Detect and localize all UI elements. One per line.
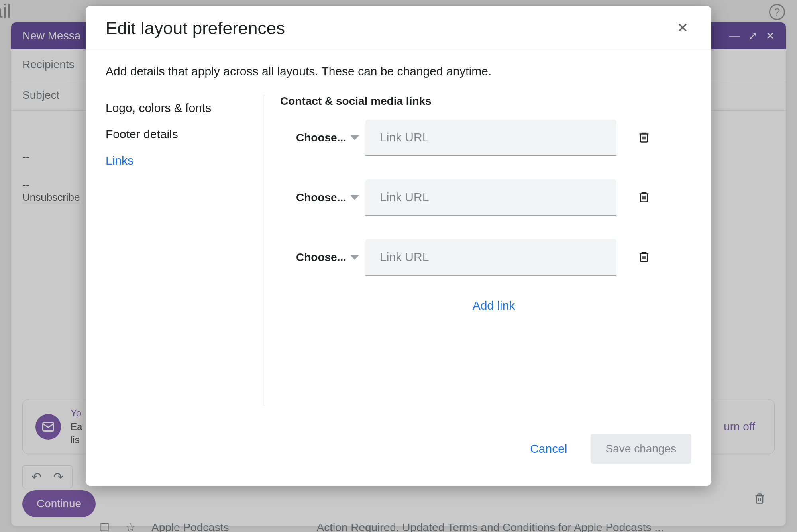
edit-layout-preferences-modal: Edit layout preferences Add details that…: [86, 6, 711, 486]
modal-body: Add details that apply across all layout…: [86, 49, 711, 426]
save-changes-button[interactable]: Save changes: [591, 434, 691, 464]
modal-header: Edit layout preferences: [86, 6, 711, 49]
link-type-dropdown[interactable]: Choose...: [280, 132, 356, 144]
add-link-button[interactable]: Add link: [280, 299, 691, 312]
close-modal-button[interactable]: [674, 18, 691, 39]
preferences-sidebar: Logo, colors & fonts Footer details Link…: [106, 95, 264, 406]
dropdown-label: Choose...: [296, 251, 346, 264]
dropdown-label: Choose...: [296, 191, 346, 204]
sidebar-item-footer-details[interactable]: Footer details: [106, 121, 252, 147]
sidebar-item-logo-colors-fonts[interactable]: Logo, colors & fonts: [106, 95, 252, 121]
link-url-input[interactable]: [365, 239, 616, 276]
link-row: Choose...: [280, 179, 691, 216]
chevron-down-icon: [350, 195, 359, 200]
link-row: Choose...: [280, 120, 691, 156]
delete-link-button[interactable]: [638, 251, 650, 264]
modal-title: Edit layout preferences: [106, 18, 285, 38]
section-title: Contact & social media links: [280, 95, 691, 108]
link-url-input[interactable]: [365, 179, 616, 216]
chevron-down-icon: [350, 135, 359, 140]
cancel-button[interactable]: Cancel: [522, 436, 575, 462]
link-url-input[interactable]: [365, 120, 616, 156]
delete-link-button[interactable]: [638, 131, 650, 145]
sidebar-item-links[interactable]: Links: [106, 147, 252, 174]
links-panel: Contact & social media links Choose...: [264, 95, 691, 406]
link-row: Choose...: [280, 239, 691, 276]
modal-footer: Cancel Save changes: [86, 426, 711, 486]
link-type-dropdown[interactable]: Choose...: [280, 191, 356, 204]
dropdown-label: Choose...: [296, 132, 346, 144]
delete-link-button[interactable]: [638, 191, 650, 204]
modal-subtitle: Add details that apply across all layout…: [106, 65, 691, 78]
chevron-down-icon: [350, 255, 359, 260]
link-type-dropdown[interactable]: Choose...: [280, 251, 356, 264]
modal-overlay: Edit layout preferences Add details that…: [0, 0, 797, 532]
